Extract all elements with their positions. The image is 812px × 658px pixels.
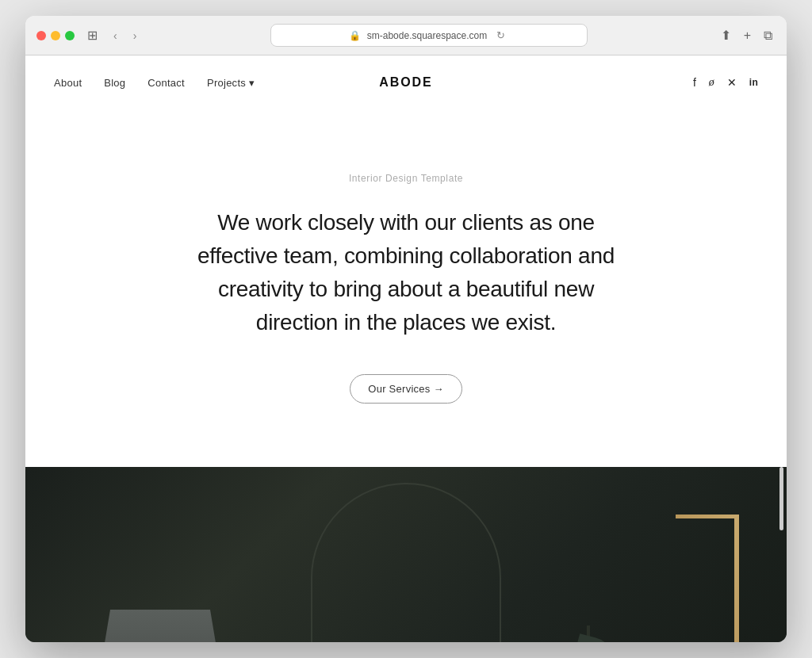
minimize-button[interactable] [51,31,60,40]
scrollbar-thumb[interactable] [779,467,783,530]
url-text: sm-abode.squarespace.com [367,30,487,41]
chevron-down-icon: ▾ [249,77,255,89]
lamp-vertical [734,515,739,642]
site-logo[interactable]: ABODE [379,75,432,90]
back-button[interactable]: ‹ [110,28,121,44]
chair-element [89,610,232,642]
address-bar[interactable]: 🔒 sm-abode.squarespace.com ↻ [270,24,588,47]
cta-button[interactable]: Our Services → [350,374,462,404]
plant-leaf-1 [576,633,611,642]
nav-blog-link[interactable]: Blog [104,77,125,89]
navigation: About Blog Contact Projects ▾ ABODE f ø … [25,55,787,109]
tab-overview-button[interactable]: ⧉ [760,27,776,44]
hero-section: Interior Design Template We work closely… [25,109,787,467]
nav-contact-link[interactable]: Contact [147,77,185,89]
close-button[interactable] [36,31,46,40]
scrollbar-track[interactable] [779,467,783,642]
browser-chrome: ⊞ ‹ › 🔒 sm-abode.squarespace.com ↻ ⬆ + ⧉ [25,16,787,55]
share-button[interactable]: ⬆ [718,26,734,44]
new-tab-button[interactable]: + [741,27,754,44]
twitter-icon[interactable]: ✕ [727,76,737,89]
instagram-icon[interactable]: ø [709,76,714,89]
browser-actions: ⬆ + ⧉ [718,26,776,44]
dark-image-section [25,467,787,642]
reload-button[interactable]: ↻ [493,28,508,43]
website-content[interactable]: About Blog Contact Projects ▾ ABODE f ø … [25,55,787,642]
hero-subtitle: Interior Design Template [349,173,463,184]
linkedin-icon[interactable]: in [749,77,758,88]
fullscreen-button[interactable] [65,31,75,40]
lock-icon: 🔒 [349,30,361,41]
nav-right: f ø ✕ in [693,76,758,89]
nav-about-link[interactable]: About [54,77,82,89]
hero-heading: We work closely with our clients as one … [184,206,628,339]
forward-button[interactable]: › [130,28,140,44]
traffic-lights [36,31,75,40]
plant-element [565,594,612,642]
facebook-icon[interactable]: f [693,76,696,89]
browser-window: ⊞ ‹ › 🔒 sm-abode.squarespace.com ↻ ⬆ + ⧉… [25,16,787,642]
nav-projects-label: Projects [207,77,246,89]
sidebar-toggle-button[interactable]: ⊞ [84,26,101,44]
nav-projects-dropdown[interactable]: Projects ▾ [207,77,255,89]
nav-left: About Blog Contact Projects ▾ [54,77,255,89]
lamp-horizontal [676,515,739,518]
